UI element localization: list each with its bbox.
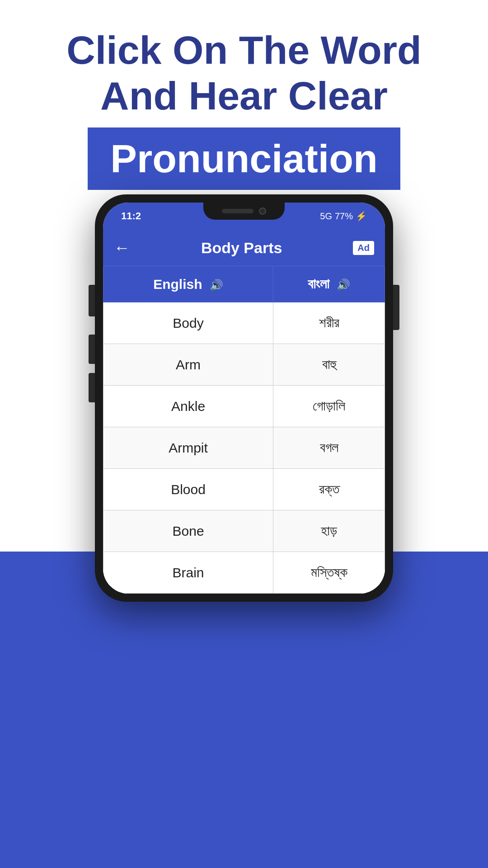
ad-badge: Ad (353, 241, 374, 255)
signal-icon: 5G (320, 211, 332, 222)
english-cell[interactable]: Bone (103, 510, 273, 552)
phone-shell: 11:2 5G 77% ⚡ ← Body Parts Ad (95, 194, 393, 602)
status-bar: 11:2 5G 77% ⚡ (103, 203, 385, 230)
bangla-header-label: বাংলা (308, 276, 329, 291)
bangla-column-header[interactable]: বাংলা 🔊 (273, 266, 385, 302)
front-camera (259, 208, 266, 215)
volume-down-button (89, 373, 95, 402)
english-sound-icon[interactable]: 🔊 (210, 279, 223, 291)
pronunciation-banner: Pronunciation (88, 127, 400, 190)
table-row: Ankleগোড়ালি (103, 386, 385, 427)
vocab-table: English 🔊 বাংলা 🔊 BodyশরীরArmবাহুAnkleগো… (103, 266, 385, 594)
english-cell[interactable]: Brain (103, 552, 273, 594)
status-time: 11:2 (121, 210, 141, 222)
app-title: Body Parts (201, 239, 282, 257)
headline-line2: And Hear Clear (100, 73, 388, 118)
promo-section: Click On The Word And Hear Clear Pronunc… (0, 0, 488, 203)
phone-screen: 11:2 5G 77% ⚡ ← Body Parts Ad (103, 203, 385, 594)
table-row: Boneহাড় (103, 510, 385, 552)
battery-icon: 77% (335, 211, 353, 222)
english-cell[interactable]: Arm (103, 344, 273, 386)
bangla-cell[interactable]: শরীর (273, 302, 385, 344)
table-row: Bodyশরীর (103, 302, 385, 344)
charging-icon: ⚡ (356, 211, 367, 222)
table-row: Armবাহু (103, 344, 385, 386)
english-cell[interactable]: Armpit (103, 427, 273, 469)
english-header-label: English (153, 277, 202, 292)
table-body: BodyশরীরArmবাহুAnkleগোড়ালিArmpitবগলBloo… (103, 302, 385, 594)
bangla-cell[interactable]: রক্ত (273, 469, 385, 510)
english-cell[interactable]: Ankle (103, 386, 273, 427)
english-cell[interactable]: Blood (103, 469, 273, 510)
bangla-cell[interactable]: গোড়ালি (273, 386, 385, 427)
back-button[interactable]: ← (114, 238, 130, 257)
speaker (222, 209, 253, 213)
volume-up-button (89, 335, 95, 364)
app-header: ← Body Parts Ad (103, 230, 385, 266)
bangla-cell[interactable]: মস্তিষ্ক (273, 552, 385, 594)
phone-mockup: 11:2 5G 77% ⚡ ← Body Parts Ad (95, 194, 393, 602)
bangla-sound-icon[interactable]: 🔊 (337, 278, 350, 291)
headline-line1: Click On The Word (66, 28, 422, 72)
status-icons: 5G 77% ⚡ (320, 211, 367, 222)
english-cell[interactable]: Body (103, 302, 273, 344)
english-column-header[interactable]: English 🔊 (103, 266, 273, 302)
table-row: Brainমস্তিষ্ক (103, 552, 385, 594)
bangla-cell[interactable]: হাড় (273, 510, 385, 552)
bangla-cell[interactable]: বগল (273, 427, 385, 469)
headline: Click On The Word And Hear Clear (27, 27, 461, 118)
table-row: Armpitবগল (103, 427, 385, 469)
bangla-cell[interactable]: বাহু (273, 344, 385, 386)
table-header: English 🔊 বাংলা 🔊 (103, 266, 385, 302)
pronunciation-text: Pronunciation (110, 136, 378, 181)
notch (203, 203, 285, 220)
table-row: Bloodরক্ত (103, 469, 385, 510)
